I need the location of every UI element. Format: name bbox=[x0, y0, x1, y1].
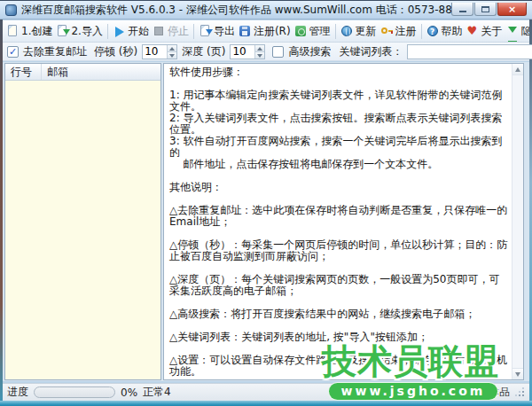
toolbar-separator bbox=[335, 24, 336, 39]
help-paragraph: 软件使用步骤： bbox=[169, 66, 510, 78]
update-globe-icon bbox=[340, 25, 354, 38]
spinner-down-icon[interactable] bbox=[168, 51, 176, 59]
pause-label: 停顿 (秒) bbox=[94, 44, 137, 59]
window-frame-bottom bbox=[0, 401, 532, 406]
window-title: 深维百度邮箱搜索软件 V5.6.0.3 - 深维公司软件作品 www.SumWi… bbox=[21, 3, 451, 18]
status-bar: 进度 0% 正常4 件作品 bbox=[3, 383, 529, 401]
depth-input[interactable] bbox=[231, 45, 254, 59]
pause-spinner-arrows bbox=[167, 45, 176, 59]
help-button-label: 帮助 bbox=[442, 24, 463, 39]
advanced-search-checkbox[interactable] bbox=[272, 46, 284, 58]
about-icon bbox=[466, 25, 480, 38]
pause-spinner bbox=[142, 44, 177, 59]
titlebar[interactable]: 深维百度邮箱搜索软件 V5.6.0.3 - 深维公司软件作品 www.SumWi… bbox=[0, 0, 532, 20]
help-paragraph: △停顿（秒）：每采集一个网页后停顿的时间，单位以秒计算；目的：防止被百度自动监测… bbox=[169, 239, 510, 262]
advanced-search-label: 高级搜索 bbox=[288, 44, 331, 59]
register-key-icon bbox=[380, 25, 394, 38]
window-controls: × bbox=[451, 3, 527, 17]
pause-input[interactable] bbox=[143, 45, 167, 59]
help-button[interactable]: 帮助 bbox=[425, 22, 465, 41]
help-paragraph: △去除重复邮址：选中此项在保存时将自动判断是否重复，只保存唯一的Email地址； bbox=[169, 205, 510, 228]
keywords-input[interactable] bbox=[407, 44, 532, 59]
column-header-email[interactable]: 邮箱 bbox=[42, 64, 160, 80]
depth-label: 深度 (页) bbox=[182, 44, 225, 59]
toolbar-separator bbox=[193, 24, 194, 39]
create-button-label: 1.创建 bbox=[21, 24, 52, 39]
update-button[interactable]: 更新 bbox=[339, 22, 379, 41]
help-paragraph: △深度（页）：每个关键词搜索网页的页数，一般设置为50页即可，可采集活跃度高的电… bbox=[169, 274, 510, 297]
play-icon bbox=[113, 25, 126, 38]
main-area: 行号 邮箱 软件使用步骤： 1: 用记事本编辑定向搜索关键词列表文件，详见软件附… bbox=[3, 62, 529, 381]
help-paragraph: 1: 用记事本编辑定向搜索关键词列表文件，详见软件附带的关键词范例文件。 2: … bbox=[169, 90, 510, 170]
email-list-panel: 行号 邮箱 bbox=[4, 63, 161, 380]
close-icon: × bbox=[508, 4, 516, 14]
register-button[interactable]: 注册 bbox=[379, 22, 419, 41]
start-button[interactable]: 开始 bbox=[111, 22, 151, 41]
import-button[interactable]: 2.导入 bbox=[54, 22, 104, 41]
close-button[interactable]: × bbox=[497, 3, 527, 16]
status-right-text: 件作品 bbox=[478, 385, 510, 400]
instructions-text: 软件使用步骤： 1: 用记事本编辑定向搜索关键词列表文件，详见软件附带的关键词范… bbox=[164, 64, 512, 379]
start-button-label: 开始 bbox=[128, 24, 149, 39]
export-icon bbox=[199, 25, 212, 38]
help-paragraph: △高级搜索：将打开百度搜索结果中的网站，继续搜索电子邮箱； bbox=[169, 308, 510, 320]
instructions-panel: 软件使用步骤： 1: 用记事本编辑定向搜索关键词列表文件，详见软件附带的关键词范… bbox=[163, 63, 524, 380]
progress-bar bbox=[34, 386, 115, 398]
status-text: 正常4 bbox=[143, 385, 171, 400]
manage-icon bbox=[294, 25, 308, 38]
progress-percent: 0% bbox=[121, 386, 137, 399]
app-window: 深维百度邮箱搜索软件 V5.6.0.3 - 深维公司软件作品 www.SumWi… bbox=[0, 0, 532, 406]
save-register-button[interactable]: 注册(R) bbox=[237, 22, 293, 41]
vertical-scrollbar[interactable] bbox=[512, 64, 523, 379]
dedupe-checkbox[interactable]: ✓ bbox=[7, 46, 19, 58]
help-paragraph: 其他说明： bbox=[169, 182, 510, 193]
toolbar-separator bbox=[421, 24, 422, 39]
app-icon bbox=[5, 4, 17, 16]
export-button[interactable]: 导出 bbox=[197, 22, 237, 41]
scroll-up-icon[interactable] bbox=[512, 64, 523, 75]
stop-icon bbox=[153, 25, 166, 38]
maximize-icon bbox=[481, 6, 489, 12]
column-header-row-number[interactable]: 行号 bbox=[5, 64, 42, 80]
resize-grip[interactable] bbox=[515, 387, 525, 397]
help-paragraph: △关键词列表：关键词列表的地址, 按"导入"按钮添加； bbox=[169, 332, 510, 343]
update-button-label: 更新 bbox=[356, 24, 377, 39]
about-button[interactable]: 关于 bbox=[465, 22, 505, 41]
save-register-button-label: 注册(R) bbox=[254, 24, 291, 39]
main-toolbar: 1.创建 2.导入 开始 停止 导出 注册(R) 管理 bbox=[3, 20, 529, 43]
manage-button[interactable]: 管理 bbox=[293, 22, 332, 41]
depth-spinner-arrows bbox=[254, 45, 264, 59]
save-disk-icon bbox=[239, 25, 252, 38]
export-button-label: 导出 bbox=[214, 24, 235, 39]
hide-button[interactable]: 隐藏 bbox=[505, 22, 529, 41]
hide-icon bbox=[506, 25, 520, 38]
minimize-icon bbox=[459, 11, 466, 12]
maximize-button[interactable] bbox=[474, 3, 497, 16]
options-row: ✓ 去除重复邮址 停顿 (秒) 深度 (页) 高级搜索 关键词列表： bbox=[3, 43, 529, 61]
spinner-down-icon[interactable] bbox=[255, 51, 264, 59]
help-icon bbox=[426, 25, 440, 38]
scroll-down-icon[interactable] bbox=[512, 368, 523, 379]
dedupe-checkbox-label: 去除重复邮址 bbox=[23, 44, 87, 59]
email-list-header: 行号 邮箱 bbox=[5, 64, 160, 81]
register-button-label: 注册 bbox=[395, 24, 417, 39]
help-paragraph: △设置：可以设置自动保存文件路径，及搜索结束，保存完毕后自动关机功能。 bbox=[169, 355, 510, 378]
minimize-button[interactable] bbox=[451, 3, 473, 16]
create-button[interactable]: 1.创建 bbox=[4, 22, 54, 41]
depth-spinner bbox=[230, 44, 265, 59]
hide-button-label: 隐藏 bbox=[521, 24, 529, 39]
import-button-label: 2.导入 bbox=[71, 24, 102, 39]
about-button-label: 关于 bbox=[481, 24, 503, 39]
toolbar-separator bbox=[107, 24, 108, 39]
stop-button-label: 停止 bbox=[168, 24, 189, 39]
stop-button: 停止 bbox=[151, 22, 191, 41]
progress-label: 进度 bbox=[7, 385, 28, 400]
import-icon bbox=[56, 25, 69, 38]
email-list-body[interactable] bbox=[5, 81, 160, 379]
manage-button-label: 管理 bbox=[309, 24, 331, 39]
spinner-up-icon[interactable] bbox=[168, 45, 176, 51]
new-document-icon bbox=[6, 25, 20, 38]
keywords-label: 关键词列表： bbox=[339, 44, 403, 59]
spinner-up-icon[interactable] bbox=[255, 45, 264, 51]
